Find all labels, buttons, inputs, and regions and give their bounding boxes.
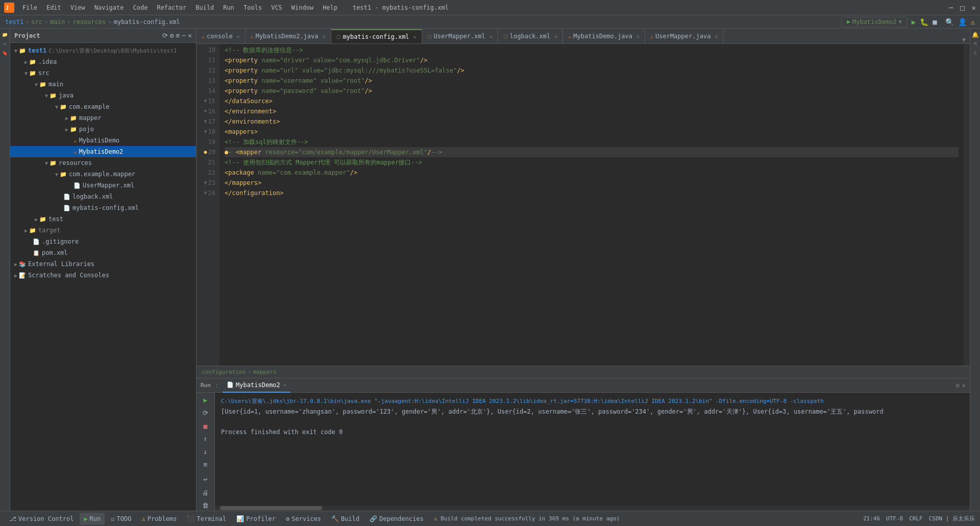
todo-button[interactable]: ☑ TODO (107, 513, 135, 525)
tree-item-test[interactable]: ▶ 📁 test (10, 213, 196, 225)
tree-item-external-libraries[interactable]: ▶ 📚 External Libraries (10, 258, 196, 270)
tab-close-logback-xml[interactable]: ✕ (554, 34, 557, 39)
run-rerun-icon[interactable]: ⟳ (200, 408, 211, 418)
run-settings-icon[interactable]: ⚙ (955, 381, 960, 389)
status-encoding[interactable]: UTF-8 (886, 515, 903, 522)
fold-arrow-16[interactable]: ▼ (204, 106, 207, 116)
run-button-bottom[interactable]: ▶ Run (80, 513, 105, 525)
run-close-icon[interactable]: ✕ (962, 381, 966, 389)
tree-item-scratches[interactable]: ▶ 📝 Scratches and Consoles (10, 270, 196, 281)
tree-item-mybatis-config-xml[interactable]: 📄 mybatis-config.xml (10, 202, 196, 213)
tab-close-usermapper-xml[interactable]: ✕ (489, 34, 493, 39)
run-button[interactable]: ▶ (912, 18, 916, 26)
menu-tools[interactable]: Tools (239, 3, 266, 12)
menu-edit[interactable]: Edit (42, 3, 65, 12)
run-scrollbar[interactable] (215, 506, 970, 511)
stop-button[interactable]: ■ (933, 18, 937, 26)
run-up-icon[interactable]: ↑ (200, 434, 211, 444)
tab-close-mybatisdemo2[interactable]: ✕ (323, 34, 326, 39)
tree-item-com-example-mapper[interactable]: ▼ 📁 com.example.mapper (10, 169, 196, 180)
run-trash-icon[interactable]: 🗑 (200, 500, 211, 511)
breadcrumb-resources[interactable]: resources (72, 18, 106, 26)
editor-scrollbar[interactable] (964, 44, 970, 366)
menu-code[interactable]: Code (129, 3, 152, 12)
project-icon[interactable]: 📁 (1, 31, 9, 39)
breadcrumb-file[interactable]: mybatis-config.xml (114, 18, 180, 26)
tree-item-pojo-folder[interactable]: ▶ 📁 pojo (10, 124, 196, 135)
fold-arrow-15[interactable]: ▼ (204, 96, 207, 106)
fold-arrow-23[interactable]: ▼ (204, 178, 207, 188)
menu-run[interactable]: Run (219, 3, 238, 12)
fold-arrow-24[interactable]: ▼ (204, 188, 207, 198)
run-wrap-icon[interactable]: ↩ (200, 474, 211, 485)
profiler-button[interactable]: 📊 Profiler (232, 513, 280, 525)
minimize-button[interactable]: ─ (949, 4, 953, 12)
code-content[interactable]: <!-- 数据库的连接信息--> <property name="driver"… (219, 44, 964, 366)
tab-mybatisdemo2[interactable]: ☕ MybatisDemo2.java ✕ (246, 29, 331, 43)
breadcrumb-src[interactable]: src (31, 18, 42, 26)
tree-item-logback-xml[interactable]: 📄 logback.xml (10, 191, 196, 202)
menu-help[interactable]: Help (318, 3, 341, 12)
expand-icon[interactable]: ≡ (176, 32, 180, 39)
bookmarks-icon[interactable]: 🔖 (1, 49, 9, 57)
tree-item-main[interactable]: ▼ 📁 main (10, 79, 196, 90)
menu-file[interactable]: File (18, 3, 41, 12)
fold-arrow-17[interactable]: ▼ (204, 116, 207, 127)
structure-icon[interactable]: ≡ (1, 40, 9, 48)
problems-button[interactable]: ⚠ Problems (137, 513, 181, 525)
tree-item-target[interactable]: ▶ 📁 target (10, 225, 196, 236)
alert-icon[interactable]: ⚠ (971, 18, 975, 26)
fold-arrow-18[interactable]: ▼ (204, 127, 207, 137)
close-icon[interactable]: ✕ (188, 32, 192, 39)
tree-item-idea[interactable]: ▶ 📁 .idea (10, 56, 196, 67)
tree-item-usermapper-xml[interactable]: 📄 UserMapper.xml (10, 180, 196, 191)
tab-close-console[interactable]: ✕ (237, 34, 240, 39)
run-down-icon[interactable]: ↓ (200, 446, 211, 457)
breadcrumb-main[interactable]: main (50, 18, 65, 26)
maven-icon[interactable]: M (971, 40, 979, 48)
tab-close-mybatis-config[interactable]: ✕ (413, 34, 416, 40)
dependencies-button[interactable]: 🔗 Dependencies (365, 513, 428, 525)
user-icon[interactable]: 👤 (958, 18, 967, 26)
editor-breadcrumb-mappers[interactable]: mappers (253, 369, 277, 375)
tree-item-mapper-folder[interactable]: ▶ 📁 mapper (10, 112, 196, 124)
maximize-button[interactable]: □ (960, 4, 964, 12)
tree-item-pom-xml[interactable]: 📋 pom.xml (10, 247, 196, 258)
breadcrumb-test1[interactable]: test1 (5, 18, 23, 26)
collapse-icon[interactable]: − (182, 32, 186, 39)
version-control-button[interactable]: ⎇ Version Control (5, 513, 78, 525)
gradle-icon[interactable]: G (971, 49, 979, 57)
tree-item-resources[interactable]: ▼ 📁 resources (10, 157, 196, 169)
debug-button[interactable]: 🐛 (920, 18, 928, 26)
notifications-icon[interactable]: 🔔 (971, 31, 979, 39)
breakpoint-marker-20[interactable]: ● (204, 147, 207, 157)
status-line-separator[interactable]: CRLF (909, 515, 923, 522)
run-play-icon[interactable]: ▶ (200, 395, 211, 405)
editor-breadcrumb-configuration[interactable]: configuration (202, 369, 246, 375)
run-print-icon[interactable]: 🖨 (200, 487, 211, 498)
tab-close-mybatisdemo-java[interactable]: ✕ (636, 34, 640, 39)
tree-item-mybatisdemo[interactable]: ☕ MybatisDemo (10, 135, 196, 146)
tab-mybatisdemo-java[interactable]: ☕ MybatisDemo.java ✕ (563, 29, 645, 43)
menu-build[interactable]: Build (191, 3, 218, 12)
menu-vcs[interactable]: VCS (267, 3, 286, 12)
tab-close-usermapper-java[interactable]: ✕ (715, 34, 718, 39)
tree-item-mybatisdemo2[interactable]: ☕ MybatisDemo2 (10, 146, 196, 157)
tab-usermapper-xml[interactable]: ⬡ UserMapper.xml ✕ (422, 29, 498, 43)
tab-mybatis-config[interactable]: ⬡ mybatis-config.xml ✕ (331, 29, 422, 43)
run-stop-icon[interactable]: ■ (200, 420, 211, 431)
tree-item-com-example[interactable]: ▼ 📁 com.example (10, 101, 196, 112)
tab-console[interactable]: ☕ console ✕ (197, 29, 246, 43)
tree-item-java[interactable]: ▼ 📁 java (10, 90, 196, 101)
close-button[interactable]: ✕ (972, 4, 976, 12)
tree-item-test1[interactable]: ▼ 📁 test1 C:\Users\雷奏\Desktop\8班\Mybatis… (10, 45, 196, 56)
menu-view[interactable]: View (66, 3, 89, 12)
tree-item-gitignore[interactable]: 📄 .gitignore (10, 236, 196, 247)
menu-window[interactable]: Window (287, 3, 317, 12)
terminal-button[interactable]: ⬛ Terminal (183, 513, 230, 525)
run-tab-mybatisdemo2[interactable]: 📄 MybatisDemo2 ✕ (223, 378, 290, 393)
tab-logback-xml[interactable]: ⬡ logback.xml ✕ (498, 29, 564, 43)
services-button[interactable]: ⚙ Services (282, 513, 325, 525)
run-fold-icon[interactable]: ≡ (200, 459, 211, 470)
menu-refactor[interactable]: Refactor (153, 3, 190, 12)
